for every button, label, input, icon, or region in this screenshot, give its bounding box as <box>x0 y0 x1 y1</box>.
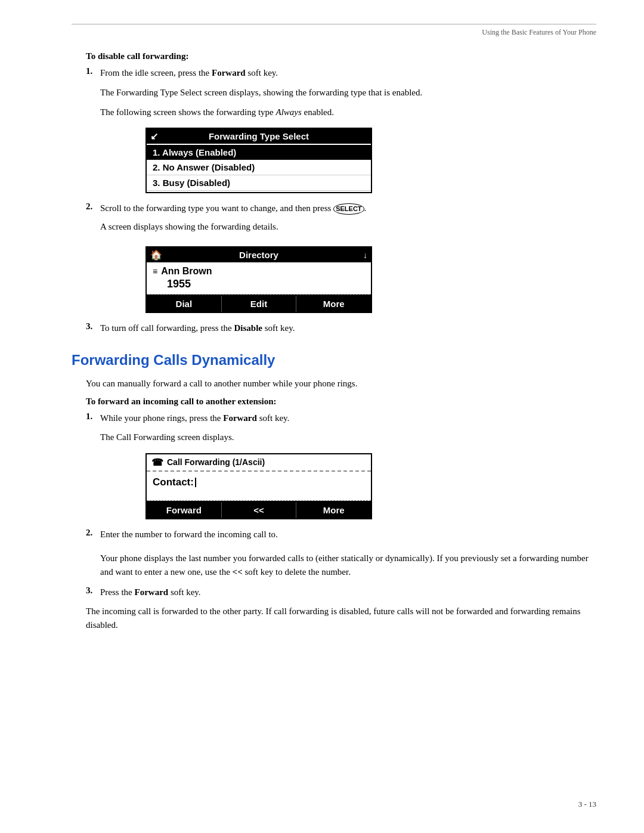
step-1-dynamic: 1. While your phone rings, press the For… <box>86 411 596 425</box>
step2-text: Enter the number to forward the incoming… <box>100 528 596 541</box>
step-content-3-d: Press the Forward soft key. <box>100 586 596 599</box>
soft-key-dial[interactable]: Dial <box>147 296 222 312</box>
always-italic: Always <box>276 107 302 117</box>
contact-name-text: Ann Brown <box>161 266 212 277</box>
section-dynamic-forwarding: Forwarding Calls Dynamically You can man… <box>72 352 596 633</box>
fts-phone-icon: ↙ <box>150 131 158 142</box>
forward-bold-2: Forward <box>223 413 257 423</box>
section-disable-forwarding: To disable call forwarding: 1. From the … <box>86 51 596 335</box>
dir-phone-icon: 🏠 <box>150 249 162 261</box>
step-content-2-d: Enter the number to forward the incoming… <box>100 528 596 546</box>
fts-body: 1. Always (Enabled) 2. No Answer (Disabl… <box>147 144 371 192</box>
step-num-3: 3. <box>86 321 100 332</box>
step-content-1-d: While your phone rings, press the Forwar… <box>100 411 596 425</box>
section-heading-disable: To disable call forwarding: <box>86 51 596 61</box>
contact-number: 1955 <box>153 277 365 290</box>
dir-title-bar: 🏠 Directory ↓ <box>147 247 371 262</box>
para-forwarding-note: Your phone displays the last number you … <box>100 552 596 580</box>
cf-title: Call Forwarding (1/Ascii) <box>167 457 265 467</box>
contact-icon: ≡ <box>153 267 157 276</box>
forward-bold-1: Forward <box>212 68 246 78</box>
fts-row-3: 3. Busy (Disabled) <box>147 175 371 191</box>
dir-body: ≡ Ann Brown 1955 <box>147 262 371 295</box>
section2-intro: You can manually forward a call to anoth… <box>86 377 596 391</box>
para-fts-always: The following screen shows the forwardin… <box>100 106 596 119</box>
cf-contact-label: Contact: <box>153 476 365 488</box>
fts-phone-screen: ↙ Forwarding Type Select 1. Always (Enab… <box>145 128 372 193</box>
contact-name-row: ≡ Ann Brown <box>153 266 365 277</box>
soft-key-more-2[interactable]: More <box>296 502 371 518</box>
page-header: Using the Basic Features of Your Phone <box>72 24 596 37</box>
step-2-disable: 2. Scroll to the forwarding type you wan… <box>86 202 596 238</box>
step-num-1-d: 1. <box>86 411 100 422</box>
fts-title-bar: ↙ Forwarding Type Select <box>147 129 371 144</box>
disable-bold: Disable <box>234 323 262 333</box>
fts-title: Forwarding Type Select <box>209 131 309 141</box>
directory-phone-screen: 🏠 Directory ↓ ≡ Ann Brown 1955 Dial Edit… <box>145 246 372 313</box>
dir-soft-keys: Dial Edit More <box>147 295 371 312</box>
header-text: Using the Basic Features of Your Phone <box>482 28 596 36</box>
backspace-bold: << <box>233 567 243 577</box>
step-num-2: 2. <box>86 202 100 212</box>
step-3-dynamic: 3. Press the Forward soft key. <box>86 586 596 599</box>
select-icon: SELECT <box>333 203 364 215</box>
soft-key-backspace[interactable]: << <box>222 502 297 518</box>
step-2-dynamic: 2. Enter the number to forward the incom… <box>86 528 596 546</box>
cf-body: Contact: <box>147 472 371 501</box>
section-title-dynamic: Forwarding Calls Dynamically <box>72 352 596 368</box>
dir-arrow-icon: ↓ <box>363 250 367 260</box>
para-fts-intro: The Forwarding Type Select screen displa… <box>100 86 596 100</box>
soft-key-more-1[interactable]: More <box>296 296 371 312</box>
para-forwarding-result: The incoming call is forwarded to the ot… <box>86 605 596 633</box>
section2-heading: To forward an incoming call to another e… <box>86 397 596 407</box>
step-content-2: Scroll to the forwarding type you want t… <box>100 202 596 238</box>
para-cf-intro: The Call Forwarding screen displays. <box>100 431 596 444</box>
fts-row-2: 2. No Answer (Disabled) <box>147 160 371 175</box>
cf-cursor <box>195 478 196 487</box>
section2-content: You can manually forward a call to anoth… <box>86 377 596 633</box>
soft-key-forward[interactable]: Forward <box>147 502 222 518</box>
page-container: Using the Basic Features of Your Phone T… <box>0 0 644 833</box>
forward-bold-3: Forward <box>135 587 169 597</box>
cf-phone-icon: ☎ <box>151 457 163 468</box>
page-number: 3 - 13 <box>578 800 596 809</box>
step-content-1: From the idle screen, press the Forward … <box>100 66 596 80</box>
step-content-3: To turn off call forwarding, press the D… <box>100 321 596 335</box>
soft-key-edit[interactable]: Edit <box>222 296 297 312</box>
step-num-2-d: 2. <box>86 528 100 538</box>
cf-title-bar: ☎ Call Forwarding (1/Ascii) <box>147 454 371 472</box>
step-num-3-d: 3. <box>86 586 100 596</box>
step2-sub: A screen displays showing the forwarding… <box>100 220 596 234</box>
fts-row-1: 1. Always (Enabled) <box>147 145 371 160</box>
cf-phone-screen: ☎ Call Forwarding (1/Ascii) Contact: For… <box>145 453 372 519</box>
step-1-disable: 1. From the idle screen, press the Forwa… <box>86 66 596 80</box>
step-3-disable: 3. To turn off call forwarding, press th… <box>86 321 596 335</box>
cf-soft-keys: Forward << More <box>147 501 371 518</box>
dir-title: Directory <box>239 250 278 260</box>
step-num-1: 1. <box>86 66 100 76</box>
